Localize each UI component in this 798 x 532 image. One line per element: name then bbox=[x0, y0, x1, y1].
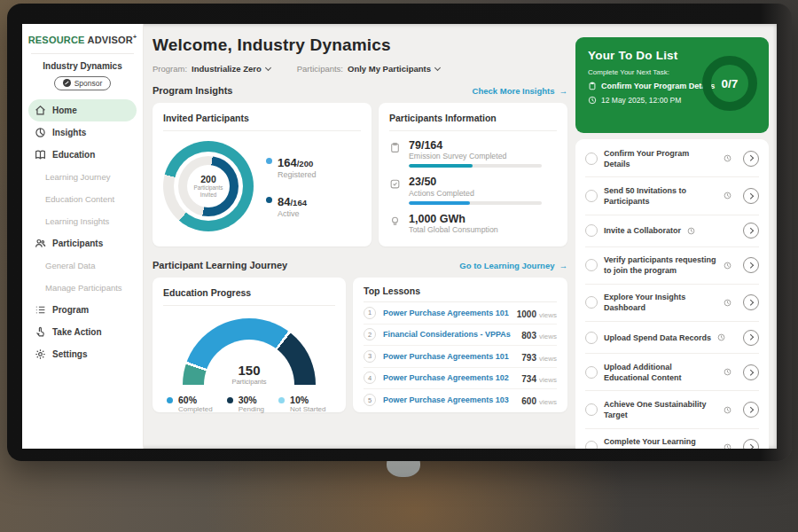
task-checkbox[interactable] bbox=[585, 259, 598, 271]
views-count: 600 bbox=[521, 396, 536, 406]
sidebar-item-take-action[interactable]: Take Action bbox=[28, 321, 137, 343]
task-label: Invite a Collaborator bbox=[604, 225, 681, 236]
sponsor-label: Sponsor bbox=[74, 79, 103, 88]
sidebar-item-manage-participants[interactable]: Manage Participants bbox=[28, 277, 137, 299]
legend-label: Pending bbox=[239, 405, 264, 413]
task-checkbox[interactable] bbox=[585, 190, 598, 202]
sponsor-badge[interactable]: Sponsor bbox=[54, 76, 111, 90]
sidebar-item-label: Settings bbox=[52, 349, 87, 359]
task-label: Upload Additional Educational Content bbox=[604, 362, 717, 383]
sidebar-item-insights[interactable]: Insights bbox=[28, 121, 137, 144]
sidebar-item-home[interactable]: Home bbox=[28, 99, 137, 121]
legend-active: 84/164 Active bbox=[266, 193, 317, 218]
chevron-right-icon bbox=[747, 228, 753, 233]
learning-cards-row: Education Progress 150 Participants 60% bbox=[153, 278, 567, 412]
sidebar-item-label: Home bbox=[52, 106, 77, 115]
program-dropdown[interactable]: Program: Industrialize Zero bbox=[153, 64, 270, 74]
progress-fill bbox=[409, 201, 470, 205]
sidebar-item-label: Manage Participants bbox=[45, 283, 122, 293]
lesson-link[interactable]: Power Purchase Agreements 102 bbox=[383, 373, 514, 382]
main-content: Welcome, Industry Dynamics Program: Indu… bbox=[144, 24, 575, 449]
donut-center-number: 200 bbox=[200, 174, 216, 184]
legend-dot bbox=[278, 397, 285, 403]
clock-icon bbox=[724, 262, 732, 270]
views-suffix: views bbox=[539, 376, 557, 384]
chevron-right-icon bbox=[747, 155, 753, 160]
todo-tasks-card: Confirm Your Program Details Send 50 Inv… bbox=[575, 139, 769, 449]
sidebar-item-learning-journey[interactable]: Learning Journey bbox=[28, 166, 137, 188]
task-row: Verify participants requesting to join t… bbox=[585, 247, 759, 285]
task-row: Explore Your Insights Dashboard bbox=[585, 285, 759, 322]
task-go-button[interactable] bbox=[743, 151, 759, 167]
info-label: Emission Survey Completed bbox=[409, 152, 542, 160]
sidebar-item-education-content[interactable]: Education Content bbox=[28, 188, 137, 210]
link-label: Go to Learning Journey bbox=[459, 261, 554, 270]
sidebar-item-participants[interactable]: Participants bbox=[28, 232, 137, 254]
logo-resource: RESOURCE bbox=[28, 35, 85, 45]
lesson-link[interactable]: Power Purchase Agreements 101 bbox=[383, 309, 510, 317]
sidebar-item-general-data[interactable]: General Data bbox=[28, 254, 137, 277]
insights-cards-row: Invited Participants 200 Participants In… bbox=[153, 103, 567, 246]
sidebar: RESOURCE ADVISOR+ Industry Dynamics Spon… bbox=[22, 24, 144, 449]
go-to-learning-journey-link[interactable]: Go to Learning Journey → bbox=[459, 261, 567, 270]
sidebar-item-education[interactable]: Education bbox=[28, 144, 137, 166]
sidebar-nav: Home Insights Education Learning Journey… bbox=[22, 99, 143, 365]
task-checkbox[interactable] bbox=[585, 403, 598, 416]
legend-pending: 30% Pending bbox=[227, 395, 264, 413]
views-count: 803 bbox=[521, 331, 536, 340]
task-checkbox[interactable] bbox=[585, 332, 598, 344]
task-go-button[interactable] bbox=[743, 257, 759, 273]
sidebar-item-label: Participants bbox=[52, 239, 103, 248]
todo-due-label: 12 May 2025, 12:00 PM bbox=[601, 96, 681, 105]
chevron-down-icon bbox=[434, 64, 441, 70]
task-label: Complete Your Learning Journey bbox=[604, 436, 717, 449]
lesson-link[interactable]: Power Purchase Agreements 103 bbox=[383, 395, 514, 404]
donut-center: 200 Participants Invited bbox=[163, 141, 254, 231]
check-more-insights-link[interactable]: Check More Insights → bbox=[473, 86, 567, 96]
lesson-link[interactable]: Power Purchase Agreements 101 bbox=[383, 352, 514, 361]
rank-badge: 2 bbox=[364, 328, 376, 340]
top-lessons-card: Top Lessons 1 Power Purchase Agreements … bbox=[353, 278, 567, 412]
task-go-button[interactable] bbox=[743, 330, 759, 346]
legend-value-sub: /200 bbox=[297, 159, 314, 168]
task-checkbox[interactable] bbox=[585, 441, 598, 449]
task-row: Complete Your Learning Journey bbox=[585, 429, 759, 449]
legend-dot bbox=[227, 397, 233, 403]
task-go-button[interactable] bbox=[743, 439, 759, 449]
lesson-link[interactable]: Financial Considerations - VPPAs bbox=[383, 330, 514, 339]
info-label: Total Global Consumption bbox=[409, 225, 498, 234]
education-legend: 60% Completed 30% Pending bbox=[163, 395, 335, 413]
views-suffix: views bbox=[539, 398, 557, 406]
task-label: Achieve One Sustainability Target bbox=[604, 399, 717, 420]
chevron-right-icon bbox=[747, 193, 753, 199]
legend-value: 164 bbox=[278, 156, 297, 169]
rank-badge: 5 bbox=[364, 394, 376, 406]
lesson-row: 2 Financial Considerations - VPPAs 803vi… bbox=[364, 325, 557, 347]
todo-next-task-label: Confirm Your Program Details bbox=[601, 82, 715, 90]
clock-icon bbox=[724, 406, 732, 414]
task-checkbox[interactable] bbox=[585, 366, 598, 379]
logo-advisor: ADVISOR bbox=[87, 35, 133, 45]
task-go-button[interactable] bbox=[743, 223, 759, 239]
task-checkbox[interactable] bbox=[585, 153, 598, 165]
bulb-icon bbox=[389, 215, 401, 227]
task-label: Explore Your Insights Dashboard bbox=[604, 292, 717, 313]
task-checkbox[interactable] bbox=[585, 296, 598, 309]
sidebar-item-learning-insights[interactable]: Learning Insights bbox=[28, 210, 137, 232]
chevron-right-icon bbox=[747, 444, 753, 449]
sidebar-item-settings[interactable]: Settings bbox=[28, 343, 137, 365]
sidebar-item-program[interactable]: Program bbox=[28, 299, 137, 321]
task-go-button[interactable] bbox=[743, 402, 759, 418]
card-title: Participants Information bbox=[389, 113, 557, 131]
task-checkbox[interactable] bbox=[585, 224, 598, 237]
legend-value: 60% bbox=[178, 395, 213, 405]
chevron-right-icon bbox=[747, 300, 753, 305]
task-go-button[interactable] bbox=[743, 294, 759, 310]
task-go-button[interactable] bbox=[743, 364, 759, 380]
book-icon bbox=[35, 149, 46, 160]
participants-label: Participants: bbox=[297, 64, 343, 74]
participants-dropdown[interactable]: Participants: Only My Participants bbox=[297, 64, 440, 74]
task-go-button[interactable] bbox=[743, 188, 759, 204]
task-label: Verify participants requesting to join t… bbox=[604, 254, 717, 276]
program-insights-header: Program Insights Check More Insights → bbox=[153, 85, 567, 96]
